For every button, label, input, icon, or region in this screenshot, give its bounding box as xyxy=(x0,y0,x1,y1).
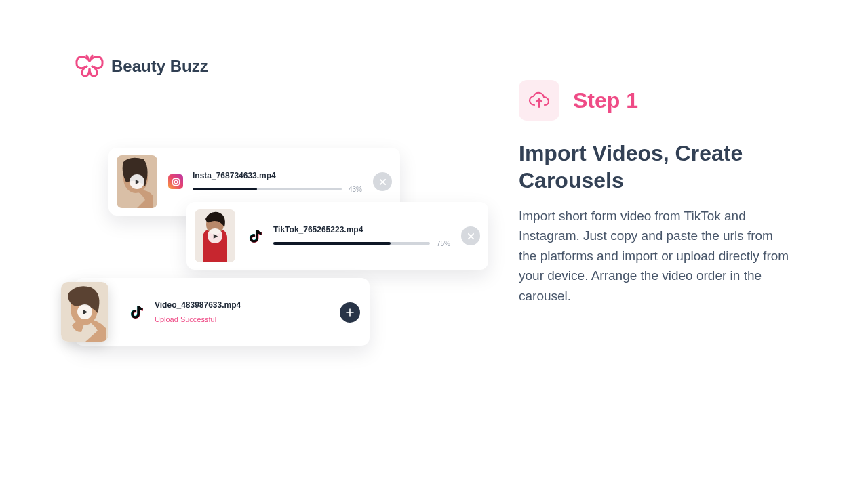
page-title: Import Videos, Create Carousels xyxy=(519,140,790,194)
step-header: Step 1 xyxy=(519,80,790,121)
progress-row: 75% xyxy=(273,240,450,247)
upload-card: Video_483987633.mp4 Upload Successful xyxy=(75,278,370,346)
step-description: Import short form video from TikTok and … xyxy=(519,206,790,306)
video-thumbnail xyxy=(61,282,108,342)
instagram-icon xyxy=(168,174,183,189)
play-icon xyxy=(130,174,144,189)
step-panel: Step 1 Import Videos, Create Carousels I… xyxy=(519,80,790,306)
butterfly-icon xyxy=(75,54,104,79)
progress-fill xyxy=(193,188,257,190)
upload-status: Upload Successful xyxy=(155,315,332,323)
progress-bar[interactable] xyxy=(193,188,342,190)
progress-bar[interactable] xyxy=(273,242,430,245)
filename: Insta_768734633.mp4 xyxy=(193,171,362,180)
filename: Video_483987633.mp4 xyxy=(155,300,332,310)
close-button[interactable] xyxy=(373,172,392,191)
video-thumbnail xyxy=(117,155,157,208)
upload-card: TikTok_765265223.mp4 75% xyxy=(186,202,488,270)
progress-percent: 75% xyxy=(437,240,450,247)
upload-cards: Insta_768734633.mp4 43% xyxy=(75,142,495,366)
svg-point-3 xyxy=(174,180,178,184)
step-label: Step 1 xyxy=(573,88,638,113)
file-info: Insta_768734633.mp4 43% xyxy=(193,171,362,193)
brand-logo: Beauty Buzz xyxy=(75,54,208,79)
close-button[interactable] xyxy=(461,226,480,245)
tiktok-icon xyxy=(127,303,145,321)
brand-name: Beauty Buzz xyxy=(111,57,208,76)
svg-point-4 xyxy=(177,179,178,180)
play-icon xyxy=(208,228,222,243)
cloud-upload-icon xyxy=(519,80,559,121)
video-thumbnail xyxy=(195,209,235,262)
progress-percent: 43% xyxy=(349,186,362,193)
tiktok-icon xyxy=(246,227,264,245)
play-icon xyxy=(77,304,92,319)
filename: TikTok_765265223.mp4 xyxy=(273,225,450,235)
file-info: TikTok_765265223.mp4 75% xyxy=(273,225,450,247)
progress-row: 43% xyxy=(193,186,362,193)
progress-fill xyxy=(273,242,391,245)
add-button[interactable] xyxy=(340,302,360,323)
file-info: Video_483987633.mp4 Upload Successful xyxy=(155,300,332,323)
